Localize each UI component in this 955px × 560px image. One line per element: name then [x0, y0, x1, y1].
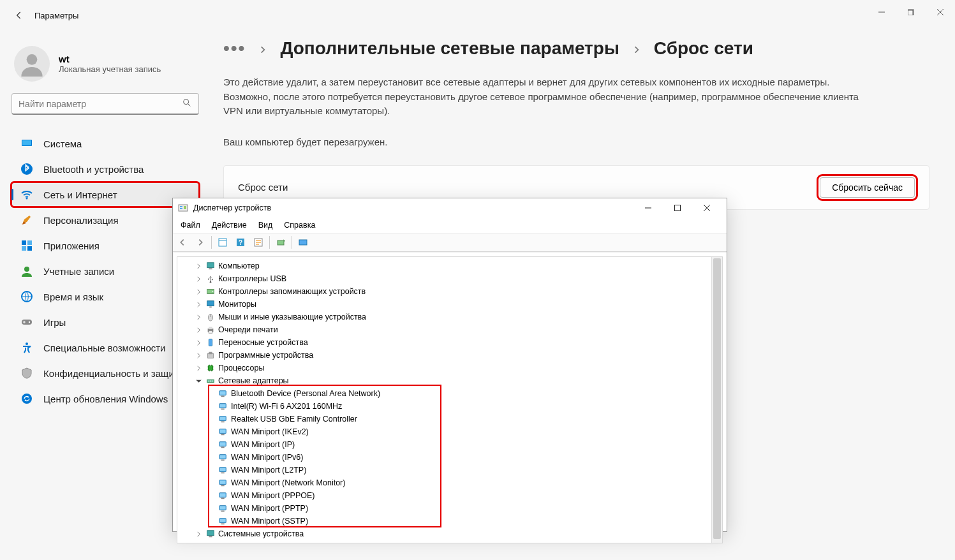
search-input[interactable]: [19, 99, 182, 109]
sidebar-item-bluetooth[interactable]: Bluetooth и устройства: [11, 157, 199, 181]
tree-item[interactable]: Процессоры: [177, 362, 722, 374]
tree-item[interactable]: Контроллеры USB: [177, 272, 722, 285]
svg-rect-51: [299, 240, 307, 245]
minimize-button[interactable]: [867, 0, 896, 24]
sidebar-item-shield[interactable]: Конфиденциальность и защита: [11, 361, 199, 385]
toolbar-devices-button[interactable]: [295, 235, 311, 250]
tree-item-label: Переносные устройства: [218, 338, 308, 347]
menu-действие[interactable]: Действие: [212, 221, 247, 230]
tree-item-label: WAN Miniport (Network Monitor): [231, 478, 345, 487]
adapter-icon: [218, 452, 228, 462]
sidebar-item-system[interactable]: Система: [11, 131, 199, 156]
sidebar-item-update[interactable]: Центр обновления Windows: [11, 387, 199, 411]
breadcrumb-ellipsis[interactable]: •••: [223, 38, 246, 59]
globe-icon: [20, 290, 33, 303]
tree-item[interactable]: WAN Miniport (PPPOE): [177, 489, 722, 502]
accessibility-icon: [20, 341, 33, 354]
sidebar-item-globe[interactable]: Время и язык: [11, 284, 199, 309]
expand-icon[interactable]: [194, 289, 203, 295]
expand-icon[interactable]: [194, 353, 203, 358]
toolbar-scan-button[interactable]: [272, 235, 289, 250]
tree-item[interactable]: Сетевые адаптеры: [177, 374, 722, 387]
search-box[interactable]: [11, 93, 199, 115]
tree-item-label: Intel(R) Wi-Fi 6 AX201 160MHz: [231, 402, 342, 411]
devmgr-maximize-button[interactable]: [663, 198, 692, 217]
tree-item[interactable]: Intel(R) Wi-Fi 6 AX201 160MHz: [177, 400, 722, 413]
devmgr-minimize-button[interactable]: [633, 198, 663, 217]
tree-item[interactable]: Системные устройства: [177, 527, 722, 540]
sidebar-item-brush[interactable]: Персонализация: [11, 208, 199, 232]
expand-icon[interactable]: [194, 340, 203, 346]
tree-item[interactable]: WAN Miniport (PPTP): [177, 502, 722, 515]
sidebar-item-label: Учетные записи: [43, 266, 114, 277]
system-icon: [20, 137, 33, 150]
tree-item-label: Мониторы: [218, 300, 256, 309]
tree-item[interactable]: WAN Miniport (SSTP): [177, 515, 722, 527]
portable-icon: [205, 337, 216, 348]
user-icon: [20, 265, 33, 277]
devmgr-close-button[interactable]: [692, 198, 722, 217]
expand-icon[interactable]: [194, 314, 203, 320]
adapter-icon: [218, 478, 228, 488]
devmgr-scrollbar[interactable]: [711, 257, 722, 543]
tree-item-label: WAN Miniport (IPv6): [231, 453, 303, 462]
tree-item-label: WAN Miniport (IP): [231, 440, 295, 449]
toolbar-forward-button[interactable]: [192, 235, 209, 250]
adapter-icon: [218, 388, 228, 399]
reset-now-button[interactable]: Сбросить сейчас: [820, 177, 915, 198]
expand-icon[interactable]: [194, 327, 203, 333]
tree-item-label: Компьютер: [218, 262, 260, 270]
bluetooth-icon: [20, 163, 33, 175]
tree-item[interactable]: Realtek USB GbE Family Controller: [177, 413, 722, 425]
toolbar-help-button[interactable]: ?: [232, 235, 249, 250]
close-button[interactable]: [926, 0, 955, 24]
tree-item[interactable]: Программные устройства: [177, 349, 722, 362]
tree-item[interactable]: Переносные устройства: [177, 336, 722, 349]
maximize-button[interactable]: [896, 0, 926, 24]
expand-icon[interactable]: [194, 531, 203, 537]
menu-вид[interactable]: Вид: [258, 221, 273, 230]
sidebar-item-user[interactable]: Учетные записи: [11, 259, 199, 283]
tree-item[interactable]: Очереди печати: [177, 323, 722, 336]
toolbar-showall-button[interactable]: [214, 235, 231, 250]
sidebar-item-label: Конфиденциальность и защита: [43, 368, 184, 379]
tree-item[interactable]: Мыши и иные указывающие устройства: [177, 311, 722, 323]
tree-item[interactable]: WAN Miniport (IP): [177, 438, 722, 451]
expand-icon[interactable]: [194, 302, 203, 307]
back-button[interactable]: [6, 3, 32, 28]
profile-name: wt: [59, 54, 161, 64]
tree-item[interactable]: WAN Miniport (IPv6): [177, 451, 722, 464]
menu-файл[interactable]: Файл: [181, 221, 200, 230]
sidebar-item-accessibility[interactable]: Специальные возможности: [11, 335, 199, 360]
device-manager-window: Диспетчер устройств ФайлДействиеВидСправ…: [172, 198, 727, 532]
toolbar-back-button[interactable]: [174, 235, 191, 250]
svg-rect-46: [219, 239, 226, 246]
tree-item[interactable]: WAN Miniport (IKEv2): [177, 425, 722, 438]
breadcrumb-parent[interactable]: Дополнительные сетевые параметры: [280, 38, 619, 59]
expand-icon[interactable]: [194, 276, 203, 282]
tree-item[interactable]: Компьютер: [177, 260, 722, 272]
sidebar-item-label: Система: [43, 138, 82, 149]
toolbar-props-button[interactable]: [250, 235, 267, 250]
tree-item[interactable]: Bluetooth Device (Personal Area Network): [177, 387, 722, 400]
sidebar-item-apps[interactable]: Приложения: [11, 233, 199, 258]
devmgr-toolbar: ?: [173, 233, 727, 252]
tree-item[interactable]: Контроллеры запоминающих устройств: [177, 285, 722, 298]
expand-icon[interactable]: [194, 263, 203, 269]
sidebar-item-wifi[interactable]: Сеть и Интернет: [11, 182, 199, 207]
sidebar-item-label: Приложения: [43, 240, 100, 251]
tree-item[interactable]: WAN Miniport (L2TP): [177, 464, 722, 476]
sidebar-item-gamepad[interactable]: Игры: [11, 310, 199, 334]
expand-icon[interactable]: [194, 365, 203, 371]
mouse-icon: [205, 312, 216, 322]
profile-block[interactable]: wt Локальная учетная запись: [14, 46, 199, 82]
tree-item-label: WAN Miniport (SSTP): [231, 517, 308, 526]
tree-item[interactable]: WAN Miniport (Network Monitor): [177, 476, 722, 489]
tree-item-label: Контроллеры запоминающих устройств: [218, 287, 366, 296]
menu-справка[interactable]: Справка: [284, 221, 315, 230]
wifi-icon: [20, 188, 33, 201]
collapse-icon[interactable]: [194, 378, 203, 384]
tree-item[interactable]: Мониторы: [177, 298, 722, 311]
chevron-right-icon: [258, 38, 267, 59]
chevron-right-icon: [632, 38, 641, 59]
